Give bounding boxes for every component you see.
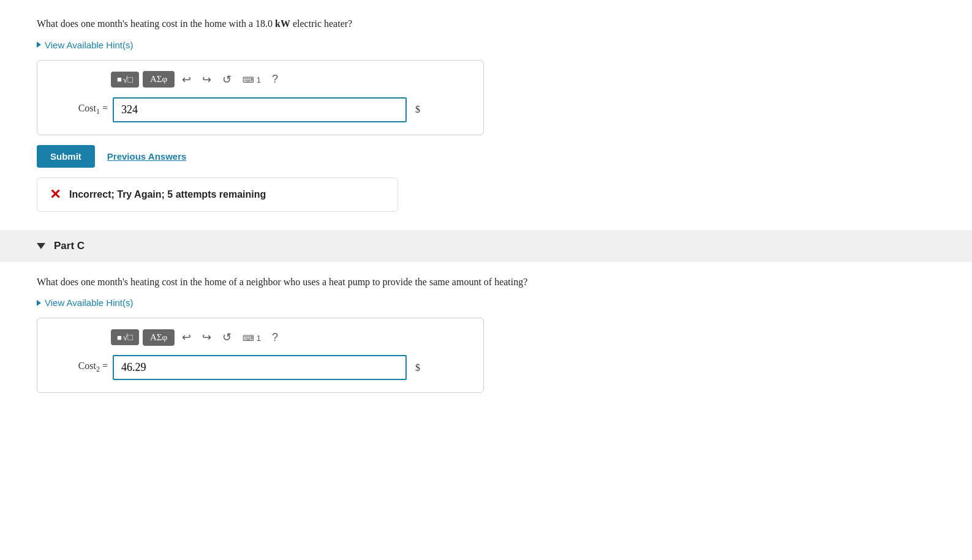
- redo-icon-c: ↪: [202, 331, 211, 343]
- help-icon-c: ?: [272, 331, 278, 343]
- symbol-button-c[interactable]: ΑΣφ: [143, 329, 175, 346]
- hint-link-label-b: View Available Hint(s): [45, 40, 134, 50]
- sqrt-icon-c: ■: [117, 333, 122, 342]
- reset-icon-b: ↺: [222, 73, 232, 86]
- toolbar-c: ■ √□ ΑΣφ ↩ ↪ ↺ ⌨ 1 ?: [111, 328, 471, 346]
- reset-button-c[interactable]: ↺: [219, 328, 235, 346]
- sqrt-button-b[interactable]: ■ √□: [111, 72, 139, 88]
- answer-input-c[interactable]: [113, 355, 407, 380]
- toolbar-b: ■ √□ ΑΣφ ↩ ↪ ↺ ⌨ 1 ?: [111, 70, 471, 89]
- sqrt-label-b: √□: [123, 75, 133, 84]
- hint-arrow-icon-b: [37, 42, 41, 48]
- sqrt-icon-b: ■: [117, 75, 122, 84]
- cost-subscript-b: 1: [96, 107, 100, 116]
- actions-row-b: Submit Previous Answers: [37, 145, 935, 168]
- hint-link-label-c: View Available Hint(s): [45, 297, 134, 308]
- symbol-label-c: ΑΣφ: [150, 332, 167, 343]
- reset-icon-c: ↺: [222, 331, 232, 343]
- submit-button-b[interactable]: Submit: [37, 145, 95, 168]
- cost-label-c: Cost2 =: [50, 360, 108, 374]
- feedback-text-b: Incorrect; Try Again; 5 attempts remaini…: [69, 189, 266, 200]
- answer-box-c: ■ √□ ΑΣφ ↩ ↪ ↺ ⌨ 1 ? Cost2 =: [37, 318, 484, 393]
- keyboard-button-c[interactable]: ⌨ 1: [239, 329, 265, 346]
- previous-answers-button-b[interactable]: Previous Answers: [107, 151, 187, 162]
- view-hints-link-c[interactable]: View Available Hint(s): [37, 297, 134, 308]
- hint-arrow-icon-c: [37, 300, 41, 306]
- part-c-collapse-icon[interactable]: [37, 243, 45, 249]
- symbol-button-b[interactable]: ΑΣφ: [143, 71, 175, 88]
- redo-button-b[interactable]: ↪: [198, 70, 215, 89]
- input-row-c: Cost2 = $: [50, 355, 471, 380]
- help-button-b[interactable]: ?: [268, 70, 282, 88]
- part-b-question: What does one month's heating cost in th…: [37, 18, 935, 29]
- reset-button-b[interactable]: ↺: [219, 70, 235, 89]
- incorrect-icon-b: ✕: [50, 187, 61, 203]
- feedback-box-b: ✕ Incorrect; Try Again; 5 attempts remai…: [37, 177, 398, 212]
- part-c-label: Part C: [54, 240, 85, 252]
- unit-label-b: $: [415, 104, 420, 115]
- submit-label-b: Submit: [50, 151, 81, 162]
- redo-icon-b: ↪: [202, 73, 211, 86]
- keyboard-button-b[interactable]: ⌨ 1: [239, 70, 265, 88]
- part-c-question: What does one month's heating cost in th…: [37, 277, 935, 288]
- undo-button-b[interactable]: ↩: [178, 70, 195, 89]
- keyboard-icon-b: ⌨ 1: [243, 75, 261, 84]
- redo-button-c[interactable]: ↪: [198, 328, 215, 346]
- help-icon-b: ?: [272, 73, 278, 85]
- undo-icon-c: ↩: [182, 331, 191, 343]
- view-hints-link-b[interactable]: View Available Hint(s): [37, 40, 134, 50]
- input-row-b: Cost1 = $: [50, 97, 471, 122]
- answer-input-b[interactable]: [113, 97, 407, 122]
- answer-box-b: ■ √□ ΑΣφ ↩ ↪ ↺ ⌨ 1 ? Cost1 =: [37, 60, 484, 135]
- cost-subscript-c: 2: [96, 365, 100, 374]
- sqrt-button-c[interactable]: ■ √□: [111, 329, 139, 345]
- undo-button-c[interactable]: ↩: [178, 328, 195, 346]
- symbol-label-b: ΑΣφ: [150, 74, 167, 84]
- previous-answers-label-b: Previous Answers: [107, 151, 187, 162]
- cost-label-b: Cost1 =: [50, 103, 108, 116]
- sqrt-label-c: √□: [123, 332, 133, 342]
- undo-icon-b: ↩: [182, 73, 191, 86]
- help-button-c[interactable]: ?: [268, 329, 282, 346]
- unit-label-c: $: [415, 362, 420, 373]
- keyboard-icon-c: ⌨ 1: [243, 334, 261, 343]
- part-c-header: Part C: [0, 230, 972, 262]
